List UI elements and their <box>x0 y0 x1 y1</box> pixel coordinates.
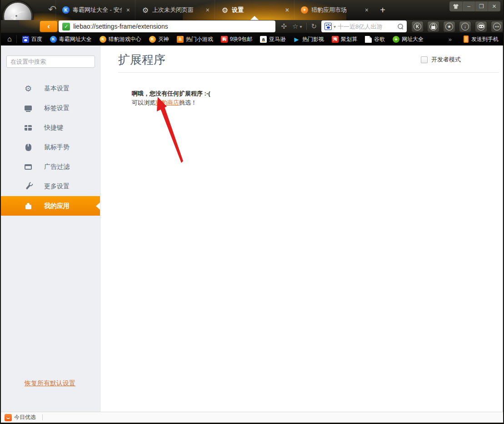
bookmark-google[interactable]: 谷歌 <box>365 35 385 43</box>
more-menu-button[interactable]: ⋯ <box>491 21 503 32</box>
new-tab-button[interactable]: + <box>374 0 392 20</box>
sidebar-item-shortcuts[interactable]: 快捷键 <box>1 118 100 137</box>
url-text[interactable]: liebao://settings-frame/extensions <box>73 23 168 30</box>
extensions-page: 扩展程序 开发者模式 啊哦，您没有任何扩展程序 :-( 可以浏览猎豹商店挑选！ <box>100 45 503 412</box>
minimize-button[interactable]: – <box>462 1 475 11</box>
wrench-icon <box>23 182 33 191</box>
favorites-button[interactable]: ★ <box>443 21 455 32</box>
lock-icon <box>431 26 435 29</box>
games-button[interactable] <box>475 21 487 32</box>
tab-label: 毒霸网址大全 - 安全... <box>73 6 122 14</box>
bookmark-star-icon[interactable]: ☆ <box>292 22 298 30</box>
bookmark-99-deals[interactable]: 购9块9包邮 <box>221 35 252 43</box>
privacy-lock-button[interactable] <box>427 21 439 32</box>
settings-search-input[interactable] <box>6 56 95 68</box>
bookmark-amazon[interactable]: a亚马逊 <box>260 35 285 43</box>
bookmark-juhuasuan[interactable]: 淘聚划算 <box>332 35 357 43</box>
play-icon: ▶ <box>293 36 300 43</box>
duba-k-icon: K <box>50 36 57 43</box>
back-button[interactable]: ‹ <box>40 20 58 32</box>
toolbar-divider <box>306 23 307 30</box>
star-icon: ★ <box>445 23 453 30</box>
gear-icon: ⚙ <box>23 84 33 93</box>
sidebar-item-my-apps[interactable]: 我的应用 <box>1 196 100 216</box>
search-box[interactable]: ▾ <box>321 20 407 32</box>
statusbar-divider <box>42 414 43 420</box>
downloads-button[interactable]: ↓ <box>459 21 471 32</box>
gear-icon: ⚙ <box>142 6 149 14</box>
toolbar-buttons: K ★ ↓ ⋯ <box>411 21 503 32</box>
settings-sidebar: ⚙ 基本设置 标签设置 快捷键 鼠标手势 广告过滤 <box>1 45 100 412</box>
developer-mode-toggle[interactable]: 开发者模式 <box>421 56 461 64</box>
extensions-icon[interactable]: ✣ <box>281 22 287 30</box>
developer-mode-label: 开发者模式 <box>431 56 461 64</box>
settings-content: ⚙ 基本设置 标签设置 快捷键 鼠标手势 广告过滤 <box>1 45 503 412</box>
search-icon[interactable] <box>397 23 404 30</box>
amazon-icon: a <box>260 36 267 43</box>
daily-picks-button[interactable]: 今日优选 <box>14 414 36 421</box>
gear-icon: ⚙ <box>221 6 229 14</box>
red-arrow-annotation <box>100 45 305 227</box>
bookmark-dropdown-icon[interactable]: ▾ <box>299 24 302 29</box>
liebao-store-link[interactable]: 猎豹商店 <box>155 99 179 106</box>
sidebar-item-tabs[interactable]: 标签设置 <box>1 98 100 118</box>
empty-extensions-message: 啊哦，您没有任何扩展程序 :-( 可以浏览猎豹商店挑选！ <box>132 89 503 107</box>
restore-defaults-link[interactable]: 恢复所有默认设置 <box>25 379 75 388</box>
duba-k-button[interactable]: K <box>411 21 424 32</box>
document-icon <box>365 36 372 43</box>
sidebar-item-ad-filter[interactable]: 广告过滤 <box>1 157 100 177</box>
tab-close-icon[interactable]: × <box>205 6 211 14</box>
bookmark-hot-games[interactable]: 吕热门小游戏 <box>177 35 213 43</box>
developer-mode-checkbox[interactable] <box>421 56 428 63</box>
puzzle-icon <box>23 202 33 211</box>
bookmarks-overflow-chevron[interactable]: » <box>449 36 452 43</box>
search-engine-dropdown-icon[interactable]: ▾ <box>334 24 336 29</box>
tab-label: 猎豹应用市场 <box>311 6 360 14</box>
monitor-icon <box>23 104 33 113</box>
sidebar-item-mouse-gestures[interactable]: 鼠标手势 <box>1 137 100 157</box>
baidu-paw-icon[interactable] <box>324 23 332 30</box>
navigation-toolbar: ‹ ✓ liebao://settings-frame/extensions ✣… <box>1 20 503 33</box>
download-icon: ↓ <box>461 23 469 30</box>
search-input[interactable] <box>338 23 395 30</box>
games-chat-icon: 吕 <box>177 36 184 43</box>
browser-logo[interactable] <box>3 1 33 20</box>
refresh-icon[interactable]: ↻ <box>311 22 317 30</box>
bookmark-hot-video[interactable]: ▶热门影视 <box>293 35 324 43</box>
site-safety-icon[interactable]: ✓ <box>62 23 70 30</box>
bookmark-duba[interactable]: K毒霸网址大全 <box>50 35 92 43</box>
tab-app-market[interactable]: ✦ 猎豹应用市场 × <box>294 0 374 20</box>
tab-bar: ↶ K 毒霸网址大全 - 安全... × ⚙ 上次未关闭页面 × ⚙ 设置 × … <box>1 0 503 20</box>
tab-close-icon[interactable]: × <box>364 6 370 14</box>
mouse-icon <box>23 143 33 152</box>
bookmark-mieshen[interactable]: K灭神 <box>149 35 169 43</box>
shopping-bag-icon <box>5 414 12 421</box>
bookmark-baidu[interactable]: 百度 <box>22 35 42 43</box>
theme-skin-button[interactable] <box>449 1 462 11</box>
tab-close-icon[interactable]: × <box>125 6 131 14</box>
tab-settings[interactable]: ⚙ 设置 × <box>215 0 294 20</box>
tab-last-session[interactable]: ⚙ 上次未关闭页面 × <box>135 0 215 20</box>
settings-menu: ⚙ 基本设置 标签设置 快捷键 鼠标手势 广告过滤 <box>1 79 100 216</box>
bookmark-site-nav[interactable]: +网址大全 <box>393 35 424 43</box>
sidebar-item-more-settings[interactable]: 更多设置 <box>1 177 100 196</box>
send-to-phone-button[interactable]: 发送到手机 <box>471 35 499 43</box>
gamepad-icon <box>479 25 484 28</box>
k-orange-icon: K <box>100 36 106 43</box>
home-icon[interactable]: ⌂ <box>7 35 12 43</box>
browser-window: ↶ K 毒霸网址大全 - 安全... × ⚙ 上次未关闭页面 × ⚙ 设置 × … <box>0 0 504 424</box>
phone-icon <box>464 35 469 43</box>
maximize-button[interactable]: ❐ <box>475 1 488 11</box>
history-back-icon[interactable]: ↶ <box>48 4 56 15</box>
active-tab-pointer <box>250 16 259 20</box>
bookmark-game-center[interactable]: K猎豹游戏中心 <box>100 35 141 43</box>
sidebar-item-basic[interactable]: ⚙ 基本设置 <box>1 79 100 98</box>
tab-close-icon[interactable]: × <box>284 6 290 14</box>
close-button[interactable]: ✕ <box>488 1 500 11</box>
window-controls: – ❐ ✕ <box>449 1 500 11</box>
tab-duba-site[interactable]: K 毒霸网址大全 - 安全... × <box>55 0 135 20</box>
address-bar[interactable]: ✓ liebao://settings-frame/extensions <box>59 20 275 32</box>
window-icon <box>23 162 33 172</box>
empty-message-title: 啊哦，您没有任何扩展程序 :-( <box>132 89 503 98</box>
duba-k-icon: K <box>62 6 70 14</box>
